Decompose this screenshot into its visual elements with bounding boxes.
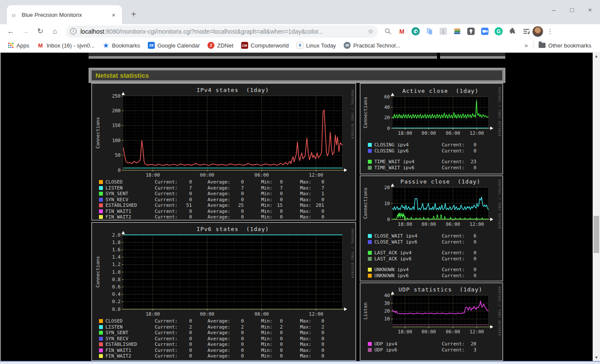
browser-tab[interactable]: M Blue Precision Monitorix × bbox=[7, 5, 122, 24]
legend-row: CLOSEDCurrent:0Average:0Min:0Max:0 bbox=[99, 179, 355, 185]
copy-docs-extension-icon[interactable] bbox=[425, 27, 434, 35]
legend-row: FIN_WAIT1Current:0Average:0Min:0Max:0 bbox=[99, 209, 355, 215]
svg-text:0.0: 0.0 bbox=[112, 307, 121, 312]
bookmark-computerworld[interactable]: CW Computerworld bbox=[241, 42, 289, 49]
book-stack-extension-icon[interactable] bbox=[453, 27, 461, 35]
svg-text:1.0: 1.0 bbox=[112, 269, 121, 275]
chart-panel-active-close[interactable]: Active close (1day)ConnectionsRRDTOOL / … bbox=[360, 83, 503, 174]
zoom-meeting-extension-icon[interactable] bbox=[481, 27, 489, 35]
svg-text:1.8: 1.8 bbox=[112, 240, 121, 245]
reading-list-icon[interactable] bbox=[522, 27, 530, 35]
legend-row: LISTENCurrent:2Average:2Min:2Max:2 bbox=[99, 324, 355, 330]
disabled-extension-icon[interactable] bbox=[439, 27, 447, 35]
scroll-up-icon[interactable]: ▲ bbox=[593, 53, 600, 60]
legend-swatch-icon bbox=[368, 143, 372, 147]
legend-row: UDP ipv6Current:3 bbox=[368, 347, 502, 353]
bookmark-apps[interactable]: Apps bbox=[8, 42, 29, 49]
legend-row: FIN_WAIT1Current:0Average:0Min:0Max:0 bbox=[99, 348, 355, 354]
svg-text:0.2: 0.2 bbox=[112, 299, 121, 304]
bookmark-bookmarks[interactable]: ★ Bookmarks bbox=[102, 42, 140, 49]
legend-swatch-icon bbox=[368, 268, 372, 272]
svg-text:20: 20 bbox=[384, 185, 390, 190]
reload-icon[interactable]: ↻ bbox=[33, 27, 48, 36]
legend-swatch-icon bbox=[99, 331, 103, 335]
chart-panel-ipv4-states[interactable]: IPv4 states (1day)ConnectionsRRDTOOL / T… bbox=[91, 83, 356, 221]
svg-text:M: M bbox=[12, 13, 16, 18]
extensions-puzzle-icon[interactable] bbox=[508, 27, 517, 35]
legend-swatch-icon bbox=[99, 342, 103, 346]
svg-text:20: 20 bbox=[384, 115, 390, 120]
url-text[interactable]: localhost:8080/monitorix-cgi/monitorix.c… bbox=[80, 28, 365, 35]
svg-text:18:00: 18:00 bbox=[398, 222, 412, 227]
bookmark-inbox[interactable]: M Inbox (16) - sjvn0... bbox=[37, 42, 95, 49]
google-voice-extension-icon[interactable]: ✆ bbox=[412, 27, 420, 35]
bookmark-star-icon[interactable]: ☆ bbox=[368, 28, 373, 35]
legend-row: LAST_ACK ipv4Current:0 bbox=[368, 250, 502, 256]
bookmark-google-calendar[interactable]: 28 Google Calendar bbox=[148, 42, 200, 49]
gmail-icon: M bbox=[37, 42, 44, 49]
profile-avatar[interactable] bbox=[532, 26, 543, 37]
scroll-down-icon[interactable]: ▼ bbox=[593, 354, 600, 361]
star-icon: ★ bbox=[102, 42, 109, 49]
legend-swatch-icon bbox=[99, 319, 103, 323]
legend-row: LAST_ACK ipv6Current:0 bbox=[368, 256, 502, 262]
home-icon[interactable]: ⌂ bbox=[48, 27, 62, 36]
zdnet-icon: Z bbox=[207, 42, 214, 49]
legend-row: CLOSING ipv6Current:0 bbox=[368, 148, 502, 154]
previous-section-bottom-right bbox=[440, 53, 505, 59]
bookmarks-overflow-chevron[interactable]: » bbox=[525, 42, 528, 49]
svg-text:200: 200 bbox=[112, 108, 121, 114]
svg-text:1.2: 1.2 bbox=[112, 262, 121, 267]
svg-text:12:00: 12:00 bbox=[309, 311, 323, 317]
calendar-icon: 28 bbox=[148, 42, 155, 49]
svg-text:00:00: 00:00 bbox=[421, 130, 436, 136]
gmail-extension-icon[interactable]: M bbox=[398, 27, 406, 35]
maximize-icon[interactable]: □ bbox=[568, 6, 576, 13]
legend-swatch-icon bbox=[99, 198, 103, 202]
tab-close-icon[interactable]: × bbox=[110, 11, 118, 19]
legend-swatch-icon bbox=[368, 348, 372, 352]
section-title: Netstat statistics bbox=[92, 70, 502, 80]
bookmark-linux-today[interactable]: lt Linux Today bbox=[297, 42, 336, 49]
page-scrollbar[interactable]: ▲ ▼ bbox=[593, 53, 600, 361]
folder-icon bbox=[539, 43, 546, 48]
legend-swatch-icon bbox=[99, 354, 103, 358]
legend-row: UNKNOWN ipv4Current:0 bbox=[368, 267, 502, 273]
legend-row: SYN_RECVCurrent:0Average:0Min:0Max:0 bbox=[99, 336, 355, 342]
bookmark-zdnet[interactable]: Z ZDNet bbox=[207, 42, 233, 49]
minimize-icon[interactable]: – bbox=[550, 6, 558, 13]
svg-text:60: 60 bbox=[384, 94, 390, 100]
chart-panel-ipv6-states[interactable]: IPv6 states (1day)ConnectionsRRDTOOL / T… bbox=[91, 222, 356, 361]
address-bar[interactable]: i localhost:8080/monitorix-cgi/monitorix… bbox=[66, 25, 378, 38]
legend-row: FIN_WAIT2Current:0Average:0Min:0Max:0 bbox=[99, 214, 355, 220]
svg-text:00:00: 00:00 bbox=[200, 311, 214, 317]
lamp-extension-icon[interactable] bbox=[467, 27, 475, 35]
computerworld-icon: CW bbox=[241, 42, 248, 49]
legend-swatch-icon bbox=[368, 149, 372, 153]
legend-swatch-icon bbox=[368, 160, 372, 164]
tab-title: Blue Precision Monitorix bbox=[22, 12, 110, 18]
svg-text:2.0: 2.0 bbox=[112, 232, 121, 238]
browser-toolbar: ← → ↻ ⌂ i localhost:8080/monitorix-cgi/m… bbox=[0, 24, 600, 38]
forward-icon[interactable]: → bbox=[18, 27, 33, 36]
chart-panel-udp-statistics[interactable]: UDP statistics (1day)ListenRRDTOOL / TOB… bbox=[360, 282, 503, 361]
extension-icons: M ✆ G bbox=[384, 27, 530, 35]
linux-today-icon: lt bbox=[297, 42, 303, 49]
close-icon[interactable]: × bbox=[586, 6, 594, 13]
browser-menu-icon[interactable]: ⋮ bbox=[547, 28, 553, 35]
back-icon[interactable]: ← bbox=[3, 27, 18, 36]
apps-grid-icon bbox=[8, 42, 14, 48]
svg-text:00:00: 00:00 bbox=[421, 222, 436, 227]
svg-text:06:00: 06:00 bbox=[255, 311, 269, 317]
scrollbar-thumb[interactable] bbox=[594, 216, 599, 253]
new-tab-button[interactable]: + bbox=[128, 9, 139, 20]
svg-text:18:00: 18:00 bbox=[146, 172, 160, 178]
svg-text:0: 0 bbox=[387, 126, 390, 131]
page-info-icon[interactable]: i bbox=[70, 28, 77, 35]
chart-panel-passive-close[interactable]: Passive close (1day)ConnectionsRRDTOOL /… bbox=[360, 175, 503, 282]
grammarly-extension-icon[interactable]: G bbox=[495, 27, 503, 35]
search-extension-icon[interactable] bbox=[384, 27, 392, 35]
bookmark-practical-technology[interactable]: W Practical Technol... bbox=[344, 42, 400, 49]
other-bookmarks-button[interactable]: Other bookmarks bbox=[539, 42, 591, 49]
svg-text:30: 30 bbox=[384, 301, 390, 306]
